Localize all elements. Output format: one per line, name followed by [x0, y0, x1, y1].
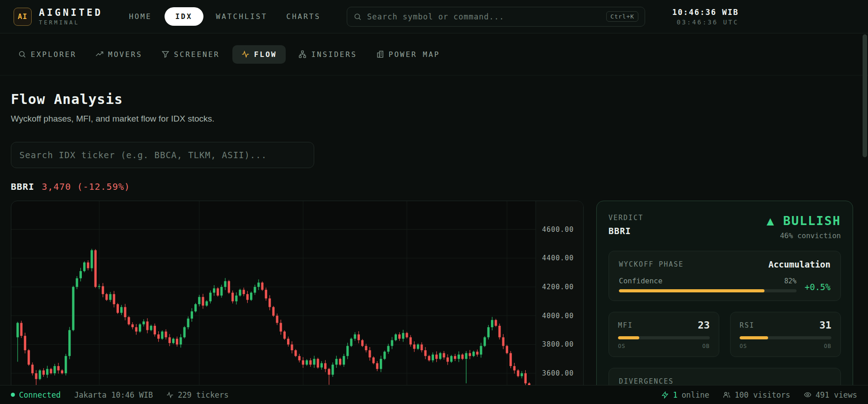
mfi-oversold-label: OS [618, 343, 625, 349]
nav-item-idx[interactable]: IDX [165, 7, 203, 26]
page-title: Flow Analysis [11, 91, 868, 107]
verdict-left: VERDICT BBRI [609, 214, 643, 236]
svg-text:4600.00: 4600.00 [542, 225, 574, 234]
tab-insiders[interactable]: INSIDERS [292, 45, 363, 64]
filter-funnel-icon [161, 50, 170, 58]
confidence-bar-fill [619, 289, 764, 292]
trending-up-icon [95, 50, 104, 58]
quote-symbol: BBRI [11, 181, 34, 192]
nav-item-watchlist[interactable]: WATCHLIST [210, 8, 274, 25]
mfi-card: MFI 23 OS OB [609, 312, 719, 357]
rsi-bar [740, 336, 831, 339]
confidence-percent: 82% [784, 277, 797, 285]
connected-dot-icon [11, 393, 15, 397]
verdict-panel: VERDICT BBRI ▲ BULLISH 46% conviction WY… [596, 201, 853, 404]
rsi-bar-fill [740, 336, 768, 339]
status-right: 1 online 100 visitors 491 views [661, 390, 857, 399]
svg-text:4400.00: 4400.00 [542, 254, 574, 262]
users-icon [723, 391, 731, 399]
utc-time: 03:46:36 UTC [672, 19, 739, 26]
candlestick-svg[interactable]: 4600.004400.004200.004000.003800.003600.… [11, 201, 584, 404]
section-tabs: EXPLORER MOVERS SCREENER FLOW INSIDERS P… [0, 33, 868, 75]
confidence-label: Confidence [619, 277, 662, 285]
divergences-label: DIVERGENCES [619, 377, 830, 385]
brand-name: AIGNITED [39, 7, 103, 18]
building-icon [376, 50, 384, 58]
location-time: Jakarta 10:46 WIB [74, 390, 153, 399]
visitor-count-text: 100 visitors [735, 390, 790, 399]
tab-label: EXPLORER [31, 50, 76, 59]
wyckoff-card: WYCKOFF PHASE Accumulation Confidence 82… [609, 251, 841, 301]
tab-explorer[interactable]: EXPLORER [12, 45, 83, 64]
mfi-value: 23 [698, 319, 710, 331]
top-header: AI AIGNITED TERMINAL HOME IDX WATCHLIST … [0, 0, 868, 33]
tab-label: POWER MAP [389, 50, 440, 59]
connection-status: Connected [11, 390, 61, 399]
tab-screener[interactable]: SCREENER [155, 45, 226, 64]
brand-subtitle: TERMINAL [39, 19, 103, 26]
vertical-scrollbar[interactable] [863, 34, 867, 157]
app-root: { "header": { "logo_text": "AI", "brand"… [0, 0, 868, 404]
verdict-call: ▲ BULLISH [767, 214, 841, 228]
connected-text: Connected [19, 390, 61, 399]
status-left: Connected Jakarta 10:46 WIB 229 tickers [11, 390, 229, 399]
main-content: Flow Analysis Wyckoff phases, MFI, and m… [0, 75, 868, 404]
online-count: 1 online [661, 390, 709, 399]
verdict-label: VERDICT [609, 214, 643, 222]
svg-text:3600.00: 3600.00 [542, 369, 574, 377]
app-logo: AI [14, 8, 32, 26]
ticker-search-input[interactable] [11, 142, 314, 168]
command-search[interactable]: Ctrl+K [347, 7, 645, 27]
svg-text:3800.00: 3800.00 [542, 340, 574, 348]
tab-label: SCREENER [174, 50, 220, 59]
verdict-right: ▲ BULLISH 46% conviction [767, 214, 841, 240]
quote-row: BBRI 3,470 (-12.59%) [11, 181, 868, 192]
view-count-text: 491 views [816, 390, 857, 399]
candlestick-chart-card[interactable]: 4600.004400.004200.004000.003800.003600.… [11, 201, 584, 404]
brand-block: AIGNITED TERMINAL [39, 7, 103, 26]
rsi-card: RSI 31 OS OB [730, 312, 841, 357]
clock-block: 10:46:36 WIB 03:46:36 UTC [672, 8, 739, 26]
ticker-count: 229 tickers [166, 390, 229, 399]
location-time-text: Jakarta 10:46 WIB [74, 390, 153, 399]
quote-price-change: 3,470 (-12.59%) [42, 181, 130, 192]
online-label: online [682, 390, 709, 399]
svg-text:4200.00: 4200.00 [542, 283, 574, 291]
view-count: 491 views [804, 390, 857, 399]
ticker-count-text: 229 tickers [178, 390, 229, 399]
tab-flow[interactable]: FLOW [232, 45, 286, 64]
mfi-overbought-label: OB [703, 343, 710, 349]
tab-power-map[interactable]: POWER MAP [370, 45, 447, 64]
activity-pulse-icon [241, 50, 250, 58]
eye-icon [804, 391, 811, 399]
mfi-bar [618, 336, 710, 339]
metrics-row: MFI 23 OS OB RSI 31 OS [609, 312, 841, 357]
verdict-header: VERDICT BBRI ▲ BULLISH 46% conviction [609, 214, 841, 240]
tab-label: FLOW [254, 50, 277, 59]
local-time: 10:46:36 WIB [672, 8, 739, 17]
phase-change: +0.5% [805, 282, 830, 292]
online-number: 1 [673, 390, 677, 399]
rsi-value: 31 [820, 319, 832, 331]
svg-text:4000.00: 4000.00 [542, 312, 574, 320]
tab-movers[interactable]: MOVERS [89, 45, 149, 64]
nav-item-home[interactable]: HOME [123, 8, 158, 25]
main-nav: HOME IDX WATCHLIST CHARTS [123, 7, 327, 26]
rsi-oversold-label: OS [740, 343, 747, 349]
nav-item-charts[interactable]: CHARTS [280, 8, 327, 25]
command-search-input[interactable] [367, 12, 606, 21]
confidence-bar [619, 289, 797, 292]
activity-pulse-icon [166, 391, 174, 399]
triangle-up-icon: ▲ [767, 214, 775, 228]
lightning-icon [661, 391, 669, 399]
verdict-symbol: BBRI [609, 226, 643, 236]
tab-label: INSIDERS [311, 50, 357, 59]
content-row: 4600.004400.004200.004000.003800.003600.… [11, 201, 868, 404]
verdict-conviction: 46% conviction [767, 231, 841, 240]
search-icon [18, 50, 26, 58]
wyckoff-label: WYCKOFF PHASE [619, 260, 684, 268]
rsi-label: RSI [740, 321, 755, 329]
wyckoff-phase-value: Accumulation [769, 259, 830, 269]
verdict-call-text: BULLISH [783, 214, 841, 228]
org-network-icon [298, 50, 307, 58]
